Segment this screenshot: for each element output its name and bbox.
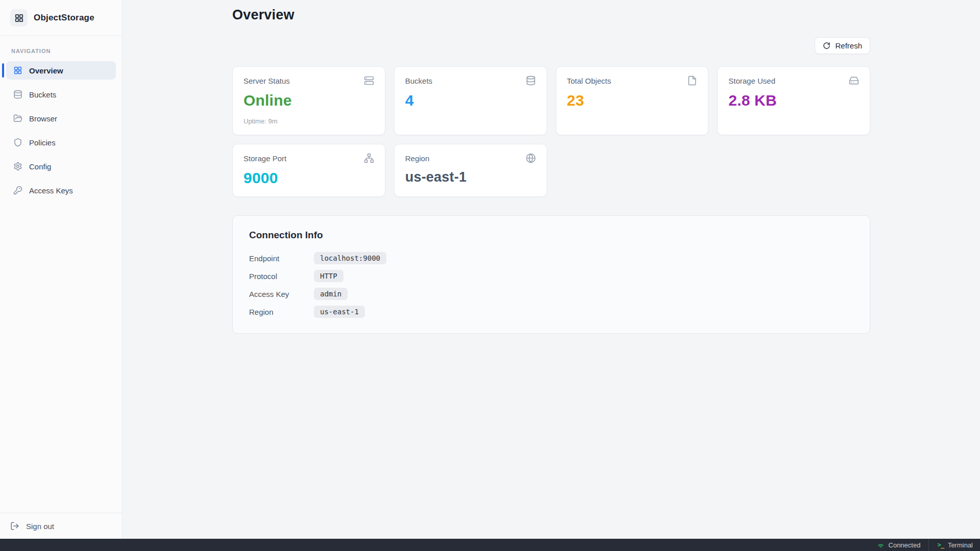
main-area: Overview Refresh Server Status [122, 0, 980, 539]
app-window: ObjectStorage NAVIGATION Overview Bucket… [0, 0, 980, 539]
stat-card-storage-port: Storage Port 9000 [232, 144, 385, 197]
server-icon [364, 76, 374, 86]
info-row-region: Region us-east-1 [249, 306, 853, 318]
sidebar-item-buckets[interactable]: Buckets [6, 85, 116, 104]
shield-icon [13, 138, 22, 147]
stat-value: Online [243, 92, 374, 109]
stat-label: Total Objects [567, 77, 611, 85]
hard-drive-icon [849, 76, 859, 86]
stat-label: Storage Used [728, 77, 775, 85]
wifi-icon [877, 541, 885, 549]
info-value-chip: us-east-1 [314, 306, 365, 318]
globe-icon [526, 153, 536, 163]
database-icon [13, 90, 22, 99]
sidebar-item-overview[interactable]: Overview [6, 61, 116, 80]
info-value-chip: admin [314, 288, 348, 300]
app-logo-icon [10, 9, 28, 27]
sidebar-item-access-keys[interactable]: Access Keys [6, 181, 116, 199]
stat-label: Server Status [243, 77, 290, 85]
refresh-label: Refresh [835, 41, 862, 50]
database-icon [526, 76, 536, 86]
grid-icon [13, 66, 22, 75]
refresh-icon [823, 42, 830, 49]
connection-info-panel: Connection Info Endpoint localhost:9000 … [232, 215, 870, 334]
app-logo: ObjectStorage [0, 0, 122, 36]
info-value-chip: localhost:9000 [314, 252, 386, 264]
sidebar-item-label: Buckets [29, 90, 56, 99]
status-bar: Connected >_ Terminal [0, 539, 980, 551]
terminal-icon: >_ [937, 541, 943, 548]
toolbar: Refresh [232, 37, 870, 54]
sidebar-item-config[interactable]: Config [6, 157, 116, 176]
stat-card-storage-used: Storage Used 2.8 KB [717, 66, 870, 135]
stat-value: 2.8 KB [728, 92, 859, 109]
stat-card-buckets: Buckets 4 [394, 66, 547, 135]
sidebar-item-label: Overview [29, 66, 63, 75]
sidebar-item-label: Config [29, 162, 51, 171]
terminal-label: Terminal [948, 541, 973, 549]
info-label: Region [249, 308, 314, 316]
sidebar-item-label: Access Keys [29, 186, 73, 195]
page-title: Overview [232, 7, 870, 23]
stat-value: us-east-1 [405, 169, 536, 185]
sign-out-label: Sign out [26, 522, 54, 531]
info-row-access-key: Access Key admin [249, 288, 853, 300]
sidebar-nav: NAVIGATION Overview Buckets Browser [0, 36, 122, 205]
info-label: Protocol [249, 272, 314, 281]
info-label: Access Key [249, 290, 314, 298]
app-title: ObjectStorage [34, 13, 94, 23]
stat-value: 4 [405, 92, 536, 109]
sidebar: ObjectStorage NAVIGATION Overview Bucket… [0, 0, 122, 539]
stat-label: Region [405, 154, 430, 163]
stat-subtext: Uptime: 9m [243, 117, 374, 125]
sidebar-item-label: Browser [29, 114, 57, 123]
stat-label: Buckets [405, 77, 432, 85]
sidebar-item-browser[interactable]: Browser [6, 109, 116, 128]
terminal-toggle[interactable]: >_ Terminal [928, 539, 980, 551]
nav-section-label: NAVIGATION [11, 48, 111, 54]
connection-status-label: Connected [889, 541, 921, 549]
sidebar-item-label: Policies [29, 138, 56, 147]
logout-icon [10, 521, 19, 531]
info-value-chip: HTTP [314, 270, 344, 282]
stat-card-total-objects: Total Objects 23 [556, 66, 709, 135]
info-label: Endpoint [249, 254, 314, 263]
folder-icon [13, 114, 22, 123]
network-icon [364, 153, 374, 163]
stat-card-server-status: Server Status Online Uptime: 9m [232, 66, 385, 135]
key-icon [13, 186, 22, 195]
sign-out-button[interactable]: Sign out [10, 521, 112, 531]
refresh-button[interactable]: Refresh [815, 37, 870, 54]
gear-icon [13, 162, 22, 171]
info-row-endpoint: Endpoint localhost:9000 [249, 252, 853, 264]
file-icon [687, 76, 697, 86]
stats-grid: Server Status Online Uptime: 9m Buckets [232, 66, 870, 197]
sidebar-footer: Sign out [0, 513, 122, 539]
stat-value: 9000 [243, 169, 374, 187]
stat-card-region: Region us-east-1 [394, 144, 547, 197]
connection-status: Connected [869, 539, 929, 551]
sidebar-item-policies[interactable]: Policies [6, 133, 116, 152]
stat-label: Storage Port [243, 154, 286, 163]
info-row-protocol: Protocol HTTP [249, 270, 853, 282]
stat-value: 23 [567, 92, 698, 109]
panel-title: Connection Info [249, 230, 853, 241]
